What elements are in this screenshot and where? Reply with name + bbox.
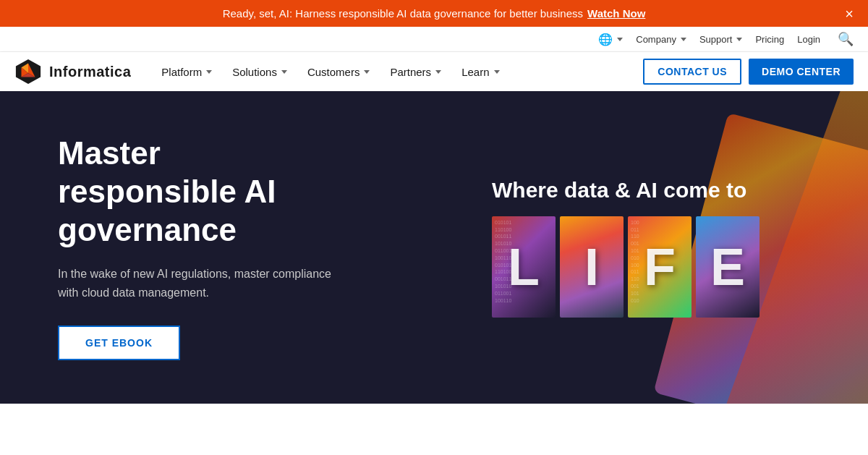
banner-close-icon[interactable]: × xyxy=(845,7,854,21)
hero-right: Where data & AI come to 0101011101000010… xyxy=(463,91,868,404)
banner-text: Ready, set, AI: Harness responsible AI d… xyxy=(223,7,583,20)
letter-I: I xyxy=(560,216,624,318)
hero-section: Master responsible AI governance In the … xyxy=(0,91,868,404)
hero-tagline: Where data & AI come to xyxy=(492,177,825,203)
letter-L: 0101011101000010111010100110011001100101… xyxy=(492,216,556,318)
globe-chevron-icon xyxy=(617,38,623,41)
solutions-chevron-icon xyxy=(281,70,287,74)
hero-title: Master responsible AI governance xyxy=(58,135,347,249)
utility-bar: 🌐 Company Support Pricing Login 🔍 xyxy=(0,27,868,52)
solutions-nav-item[interactable]: Solutions xyxy=(224,60,296,84)
main-nav: Informatica Platform Solutions Customers… xyxy=(0,52,868,91)
hero-content: Master responsible AI governance In the … xyxy=(0,91,405,404)
get-ebook-button[interactable]: GET EBOOK xyxy=(58,326,180,360)
demo-center-button[interactable]: DEMO CENTER xyxy=(749,59,854,85)
learn-nav-item[interactable]: Learn xyxy=(453,60,508,84)
globe-icon: 🌐 xyxy=(598,33,613,46)
logo-icon xyxy=(14,58,42,85)
partners-chevron-icon xyxy=(435,70,441,74)
platform-nav-item[interactable]: Platform xyxy=(153,60,221,84)
search-icon[interactable]: 🔍 xyxy=(838,31,854,47)
nav-items: Platform Solutions Customers Partners Le… xyxy=(153,60,643,84)
top-banner: Ready, set, AI: Harness responsible AI d… xyxy=(0,0,868,27)
life-letters: 0101011101000010111010100110011001100101… xyxy=(492,216,825,318)
letter-F: 100011110001101010100011110001101010 F xyxy=(628,216,692,318)
banner-cta[interactable]: Watch Now xyxy=(587,7,645,20)
hero-subtitle: In the wake of new AI regulations, maste… xyxy=(58,265,347,302)
letter-L-text: L xyxy=(492,216,556,318)
letter-E-text: E xyxy=(696,216,760,318)
customers-chevron-icon xyxy=(364,70,370,74)
learn-chevron-icon xyxy=(494,70,500,74)
globe-selector[interactable]: 🌐 xyxy=(598,33,623,46)
logo-text: Informatica xyxy=(49,64,131,80)
login-link[interactable]: Login xyxy=(797,34,820,45)
customers-nav-item[interactable]: Customers xyxy=(299,60,379,84)
company-menu[interactable]: Company xyxy=(636,34,686,45)
support-chevron-icon xyxy=(736,38,742,41)
company-chevron-icon xyxy=(681,38,686,41)
platform-chevron-icon xyxy=(206,70,212,74)
letter-F-text: F xyxy=(628,216,692,318)
partners-nav-item[interactable]: Partners xyxy=(381,60,450,84)
logo-area[interactable]: Informatica xyxy=(14,58,131,85)
letter-I-text: I xyxy=(560,216,624,318)
support-menu[interactable]: Support xyxy=(699,34,743,45)
pricing-link[interactable]: Pricing xyxy=(755,34,784,45)
letter-E: E xyxy=(696,216,760,318)
contact-us-button[interactable]: CONTACT US xyxy=(643,59,741,85)
nav-actions: CONTACT US DEMO CENTER xyxy=(643,59,854,85)
